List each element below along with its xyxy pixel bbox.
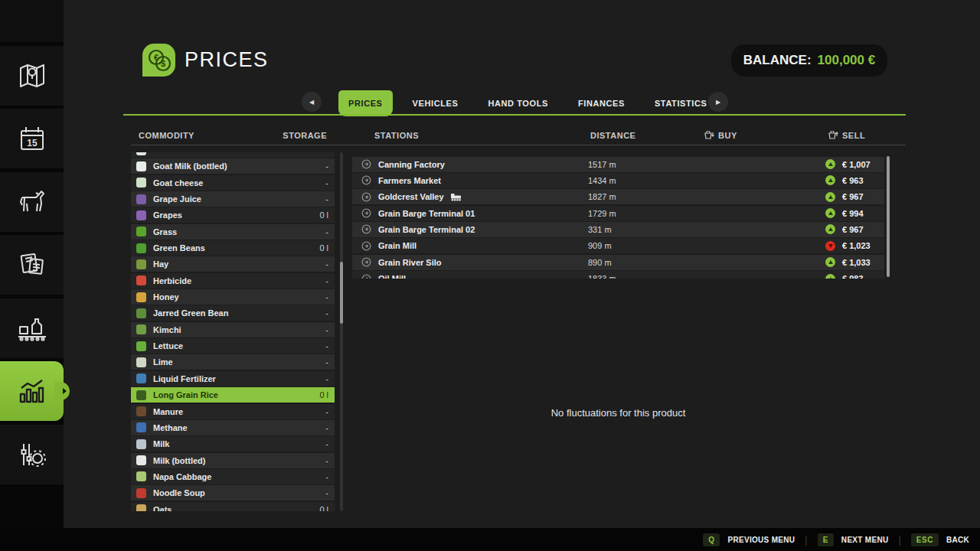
commodity-icon [136,488,146,498]
commodity-row[interactable]: Liquid Fertilizer - [131,371,335,386]
commodity-name: Jarred Green Bean [153,308,228,318]
sidebar-item-production[interactable] [0,298,64,358]
sidebar-item-prices-statistics[interactable] [0,361,64,421]
commodity-storage-value: - [325,341,328,350]
stations-scrollbar[interactable] [887,156,890,277]
commodity-row[interactable]: Grass - [131,224,335,240]
station-name: Grain Barge Terminal 01 [378,209,475,218]
tab-prices[interactable]: PRICES [338,90,393,116]
sidebar-item-calendar[interactable]: 15 [0,109,64,168]
commodity-row[interactable]: Methane - [131,420,335,435]
commodity-row[interactable]: Jarred Green Bean - [131,305,335,321]
commodity-row[interactable]: Grape Juice - [131,191,335,207]
commodity-name: Napa Cabbage [153,472,211,481]
price-trend-icon [825,175,835,185]
footer-separator: | [898,534,900,546]
commodity-icon [136,455,146,465]
station-distance: 1833 m [588,274,616,279]
commodity-row[interactable]: Goat Milk - [131,152,335,158]
commodity-icon [136,227,146,236]
commodity-row[interactable]: Goat Milk (bottled) - [131,158,335,174]
tab-vehicles[interactable]: VEHICLES [413,90,459,116]
commodity-icon [136,471,146,481]
station-row[interactable]: Oil Mill 1833 m € 983 [352,271,884,279]
station-distance: 1434 m [588,176,616,185]
sidebar-item-settings[interactable] [0,425,64,484]
commodity-storage-value: - [325,308,328,318]
station-marker-icon[interactable] [361,241,371,251]
commodity-storage-value: - [325,194,328,204]
sidebar-item-animals[interactable] [0,172,64,232]
commodity-storage-value: - [325,259,328,269]
station-row[interactable]: Grain Barge Terminal 02 331 m € 967 [352,222,884,237]
commodity-icon [136,373,146,383]
commodity-icon [136,243,146,253]
commodity-row[interactable]: Honey - [131,289,335,305]
commodity-row[interactable]: Lime - [131,354,335,370]
commodity-row[interactable]: Manure - [131,404,335,419]
commodity-scrollbar[interactable] [340,152,343,511]
map-icon [17,60,47,91]
station-row[interactable]: Goldcrest Valley 1827 m € 967 [352,189,884,204]
commodity-row[interactable]: Lettuce - [131,338,335,354]
station-row[interactable]: Grain Mill 909 m € 1,023 [352,238,884,253]
commodity-storage-value: - [325,161,328,171]
commodity-icon [136,390,146,400]
train-icon [450,193,462,201]
station-marker-icon[interactable] [361,274,371,279]
commodity-icon [136,292,146,302]
station-marker-icon[interactable] [361,208,371,218]
station-row[interactable]: Grain Barge Terminal 01 1729 m € 994 [352,206,884,221]
balance-box: BALANCE: 100,000 € [731,44,887,77]
station-row[interactable]: Grain River Silo 890 m € 1,033 [352,255,884,270]
commodity-row[interactable]: Hay - [131,256,335,272]
commodity-name: Grape Juice [153,194,201,204]
fluctuations-message: No fluctuations for this product [352,407,884,419]
station-marker-icon[interactable] [361,192,371,202]
commodity-row[interactable]: Grapes 0 l [131,207,335,223]
commodity-storage-value: - [325,488,328,497]
cow-icon [16,187,48,217]
tab-finances[interactable]: FINANCES [578,90,625,116]
commodity-name: Lime [153,357,173,367]
commodity-scrollbar-thumb[interactable] [340,262,343,324]
commodity-row[interactable]: Noodle Soup - [131,485,335,500]
footer-label-next-menu: NEXT MENU [841,536,889,544]
station-row[interactable]: Farmers Market 1434 m € 963 [352,173,884,188]
station-marker-icon[interactable] [361,175,371,185]
commodity-icon [136,259,146,269]
stations-list: Canning Factory 1517 m € 1,007 Farmers M… [352,156,884,279]
commodity-row[interactable]: Kimchi - [131,322,335,337]
commodity-icon [136,210,146,220]
commodity-icon [136,341,146,351]
sell-icon [828,131,838,140]
commodity-name: Milk (bottled) [153,456,205,465]
commodity-row[interactable]: Oats 0 l [131,502,335,511]
tab-hand-tools[interactable]: HAND TOOLS [488,90,548,116]
tab-statistics[interactable]: STATISTICS [655,90,707,116]
commodity-row[interactable]: Green Beans 0 l [131,240,335,256]
commodity-row[interactable]: Milk - [131,436,335,452]
station-marker-icon[interactable] [361,159,371,169]
commodity-row[interactable]: Long Grain Rice 0 l [131,387,335,403]
production-icon [16,313,48,344]
commodity-row[interactable]: Goat cheese - [131,175,335,191]
svg-text:15: 15 [27,138,38,148]
footer-label-previous-menu: PREVIOUS MENU [727,536,795,544]
station-marker-icon[interactable] [361,224,371,234]
sidebar-item-map[interactable] [0,46,64,106]
commodity-row[interactable]: Napa Cabbage - [131,469,335,484]
commodity-row[interactable]: Milk (bottled) - [131,453,335,468]
station-sell-price: € 963 [842,176,864,185]
commodity-row[interactable]: Herbicide - [131,273,335,289]
commodity-icon [136,161,146,171]
tabs-prev-arrow-icon[interactable]: ◀ [302,92,322,112]
footer-separator: | [805,534,807,546]
station-row[interactable]: Canning Factory 1517 m € 1,007 [352,157,884,172]
sidebar-item-contracts[interactable] [0,235,64,295]
station-marker-icon[interactable] [361,257,371,267]
commodity-storage-value: 0 l [319,390,328,399]
station-distance: 1827 m [588,192,616,201]
prices-page-icon: € $ [142,44,175,77]
tabs-next-arrow-icon[interactable]: ▶ [708,92,728,112]
